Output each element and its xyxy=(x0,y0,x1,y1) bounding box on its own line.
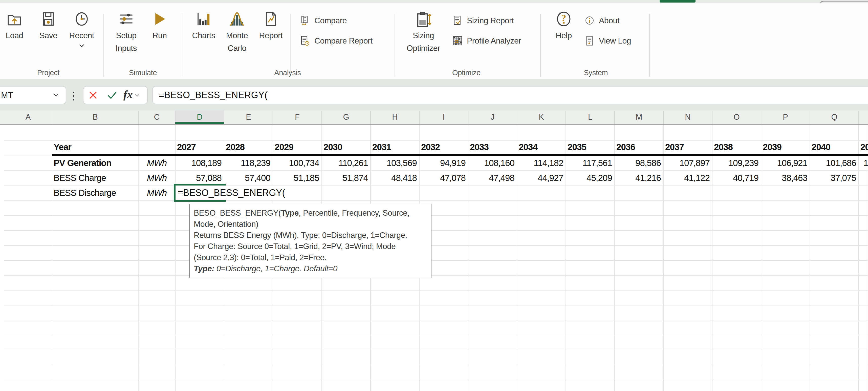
column-header-L[interactable]: L xyxy=(566,110,615,124)
save-button[interactable]: Save xyxy=(36,3,60,68)
year-cell[interactable]: 2037 xyxy=(665,141,711,153)
year-cell[interactable]: 2030 xyxy=(323,141,369,153)
column-header-F[interactable]: F xyxy=(273,110,322,124)
sizing-report-button[interactable]: Sizing Report xyxy=(452,15,514,26)
value-cell[interactable]: 47,498 xyxy=(469,171,515,185)
value-cell[interactable]: 57,088 xyxy=(176,171,222,185)
report-button[interactable]: Report xyxy=(256,3,285,68)
year-cell-partial[interactable]: 20 xyxy=(860,141,868,153)
name-box[interactable]: MT xyxy=(0,86,66,104)
year-cell[interactable]: 2028 xyxy=(226,141,271,153)
unit-cell[interactable]: MWh xyxy=(138,171,175,185)
value-cell[interactable]: 103,569 xyxy=(372,156,417,170)
year-cell[interactable]: 2035 xyxy=(567,141,613,153)
value-cell[interactable]: 57,400 xyxy=(225,171,270,185)
column-headers: ABCDEFGHIJKLMNOPQ xyxy=(0,110,868,125)
column-header-Q[interactable]: Q xyxy=(810,110,859,124)
value-cell[interactable]: 108,189 xyxy=(176,156,222,170)
column-header-E[interactable]: E xyxy=(224,110,273,124)
column-header-B[interactable]: B xyxy=(52,110,138,124)
monte-carlo-button[interactable]: MonteCarlo xyxy=(221,3,253,68)
value-cell[interactable]: 114,182 xyxy=(518,156,563,170)
value-cell[interactable]: 37,075 xyxy=(811,171,856,185)
row-label-bess-charge[interactable]: BESS Charge xyxy=(54,171,137,185)
compare-button[interactable]: Compare xyxy=(300,15,347,26)
column-header-O[interactable]: O xyxy=(712,110,761,124)
spreadsheet-grid[interactable]: BESO_BESS_ENERGY(Type, Percentile, Frequ… xyxy=(0,125,868,391)
value-cell[interactable]: 41,216 xyxy=(616,171,661,185)
column-header-C[interactable]: C xyxy=(138,110,175,124)
column-header-J[interactable]: J xyxy=(468,110,517,124)
row-label-bess-discharge[interactable]: BESS Discharge xyxy=(54,185,137,200)
cancel-button[interactable] xyxy=(84,87,103,104)
column-header-N[interactable]: N xyxy=(663,110,712,124)
header-divider xyxy=(419,111,420,124)
run-button[interactable]: Run xyxy=(148,3,172,68)
column-header-A[interactable]: A xyxy=(4,110,52,124)
value-cell[interactable]: 110,261 xyxy=(323,156,368,170)
load-button[interactable]: Load xyxy=(3,3,26,68)
year-cell[interactable]: 2036 xyxy=(616,141,662,153)
about-label: About xyxy=(599,16,619,25)
year-cell[interactable]: 2040 xyxy=(812,141,857,153)
about-button[interactable]: About xyxy=(584,15,619,26)
value-cell[interactable]: 40,719 xyxy=(713,171,758,185)
header-divider xyxy=(761,111,761,124)
chevron-down-icon[interactable] xyxy=(52,92,60,98)
column-header-H[interactable]: H xyxy=(371,110,419,124)
column-header-I[interactable]: I xyxy=(419,110,468,124)
formula-input[interactable]: =BESO_BESS_ENERGY( xyxy=(152,86,868,104)
column-header-K[interactable]: K xyxy=(517,110,566,124)
unit-cell[interactable]: MWh xyxy=(138,185,175,200)
value-cell[interactable]: 48,418 xyxy=(372,171,417,185)
value-cell[interactable]: 100,734 xyxy=(274,156,319,170)
value-cell[interactable]: 51,185 xyxy=(274,171,319,185)
help-button[interactable]: ? Help xyxy=(552,3,576,68)
value-cell[interactable]: 51,874 xyxy=(323,171,368,185)
year-cell[interactable]: 2032 xyxy=(421,141,467,153)
name-box-value: MT xyxy=(1,90,13,100)
row-label-year[interactable]: Year xyxy=(54,141,134,153)
recent-button[interactable]: Recent xyxy=(67,3,96,68)
column-header-M[interactable]: M xyxy=(615,110,663,124)
value-cell[interactable]: 117,561 xyxy=(567,156,612,170)
year-cell[interactable]: 2038 xyxy=(714,141,760,153)
insert-function-button[interactable]: fx xyxy=(121,87,141,104)
setup-inputs-button[interactable]: SetupInputs xyxy=(110,3,142,68)
charts-button[interactable]: Charts xyxy=(190,3,217,68)
year-cell[interactable]: 2039 xyxy=(763,141,808,153)
year-cell[interactable]: 2033 xyxy=(470,141,516,153)
value-cell[interactable]: 107,897 xyxy=(664,156,710,170)
unit-cell[interactable]: MWh xyxy=(138,156,175,170)
value-cell[interactable]: 109,239 xyxy=(713,156,758,170)
row-label-pv-generation[interactable]: PV Generation xyxy=(54,156,137,170)
enter-button[interactable] xyxy=(103,87,121,104)
cell-edit-area[interactable]: =BESO_BESS_ENERGY( xyxy=(176,185,290,200)
profile-analyzer-button[interactable]: Profile Analyzer xyxy=(452,35,521,46)
column-header-partial[interactable] xyxy=(859,110,868,124)
value-cell[interactable]: 118,239 xyxy=(225,156,270,170)
value-cell[interactable]: 45,209 xyxy=(567,171,612,185)
sizing-optimizer-button[interactable]: SizingOptimizer xyxy=(403,3,444,68)
value-cell[interactable]: 94,919 xyxy=(420,156,466,170)
compare-report-button[interactable]: Compare Report xyxy=(300,35,373,46)
column-header-P[interactable]: P xyxy=(761,110,810,124)
column-header-G[interactable]: G xyxy=(322,110,371,124)
value-cell-partial[interactable]: 1 xyxy=(860,156,868,170)
value-cell[interactable]: 98,586 xyxy=(616,156,661,170)
year-cell[interactable]: 2034 xyxy=(519,141,564,153)
value-cell[interactable]: 108,160 xyxy=(469,156,515,170)
value-cell[interactable]: 41,122 xyxy=(664,171,710,185)
year-cell[interactable]: 2031 xyxy=(372,141,418,153)
sizing-report-label: Sizing Report xyxy=(467,16,514,25)
value-cell[interactable]: 44,927 xyxy=(518,171,563,185)
value-cell[interactable]: 47,078 xyxy=(420,171,466,185)
fx-icon: fx xyxy=(123,88,133,101)
value-cell[interactable]: 101,686 xyxy=(811,156,856,170)
value-cell[interactable]: 38,463 xyxy=(762,171,807,185)
value-cell[interactable]: 106,921 xyxy=(762,156,807,170)
column-header-D[interactable]: D xyxy=(175,110,224,124)
year-cell[interactable]: 2029 xyxy=(275,141,320,153)
view-log-button[interactable]: View Log xyxy=(584,35,631,46)
year-cell[interactable]: 2027 xyxy=(177,141,223,153)
